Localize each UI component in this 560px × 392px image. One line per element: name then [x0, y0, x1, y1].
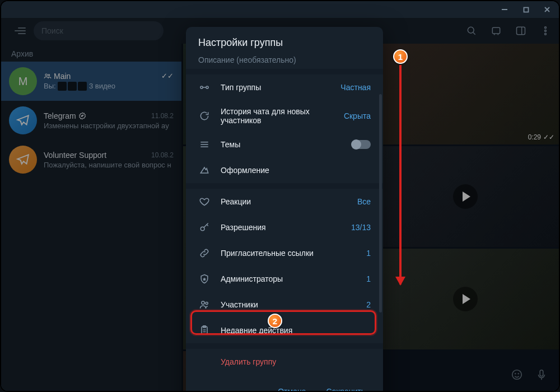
chat-history-icon — [198, 110, 211, 122]
themes-toggle[interactable] — [352, 140, 371, 149]
svg-point-31 — [206, 302, 208, 304]
themes-icon — [198, 138, 211, 151]
window-minimize-button[interactable] — [501, 6, 508, 13]
heart-icon — [198, 195, 211, 208]
row-permissions[interactable]: Разрешения 13/13 — [186, 214, 383, 240]
link-icon — [198, 247, 211, 259]
modal-title: Настройки группы — [198, 37, 371, 49]
window-maximize-button[interactable] — [522, 6, 530, 13]
window-close-button[interactable] — [543, 6, 551, 13]
shield-icon — [198, 273, 211, 285]
svg-point-22 — [206, 86, 208, 88]
row-recent-actions[interactable]: Недавние действия — [186, 318, 383, 343]
group-settings-modal: Настройки группы Описание (необязательно… — [186, 27, 383, 392]
row-invite-links[interactable]: Пригласительные ссылки 1 — [186, 240, 383, 266]
row-design[interactable]: Оформление — [186, 157, 383, 183]
clipboard-icon — [198, 324, 211, 337]
row-members[interactable]: Участники 2 — [186, 292, 383, 318]
design-icon — [198, 164, 211, 176]
row-themes[interactable]: Темы — [186, 132, 383, 157]
svg-rect-1 — [524, 7, 528, 12]
row-delete-group[interactable]: Удалить группу — [186, 349, 383, 375]
cancel-button[interactable]: Отмена — [270, 382, 314, 392]
annotation-arrow — [399, 65, 402, 284]
svg-point-30 — [202, 301, 204, 304]
svg-point-27 — [200, 227, 204, 231]
svg-point-21 — [200, 86, 203, 88]
save-button[interactable]: Сохранить — [318, 382, 373, 392]
group-type-icon — [198, 81, 211, 94]
key-icon — [198, 221, 211, 234]
row-admins[interactable]: Администраторы 1 — [186, 266, 383, 292]
row-chat-history[interactable]: История чата для новых участников Скрыта — [186, 100, 383, 132]
window-titlebar — [1, 1, 559, 18]
svg-line-29 — [207, 225, 208, 226]
modal-description-input[interactable]: Описание (необязательно) — [198, 55, 371, 64]
members-icon — [198, 298, 211, 311]
annotation-step-1: 1 — [393, 49, 408, 64]
modal-scrollbar[interactable] — [379, 94, 382, 312]
row-group-type[interactable]: Тип группы Частная — [186, 74, 383, 100]
row-reactions[interactable]: Реакции Все — [186, 189, 383, 214]
annotation-step-2: 2 — [268, 314, 282, 328]
